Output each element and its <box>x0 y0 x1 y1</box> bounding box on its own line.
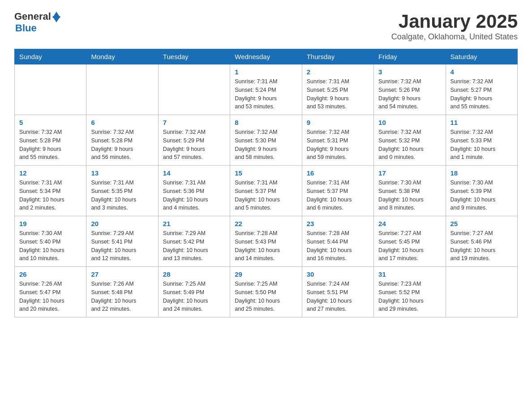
calendar-day-14: 14Sunrise: 7:31 AMSunset: 5:36 PMDayligh… <box>158 166 230 216</box>
day-info: Sunrise: 7:32 AMSunset: 5:28 PMDaylight:… <box>91 128 153 162</box>
day-number: 21 <box>163 220 225 227</box>
day-number: 2 <box>307 68 369 76</box>
calendar-week-row: 5Sunrise: 7:32 AMSunset: 5:28 PMDaylight… <box>15 115 518 166</box>
day-info: Sunrise: 7:26 AMSunset: 5:48 PMDaylight:… <box>91 280 153 313</box>
weekday-header-sunday: Sunday <box>15 49 86 64</box>
calendar-day-24: 24Sunrise: 7:27 AMSunset: 5:45 PMDayligh… <box>374 216 446 267</box>
calendar-week-row: 19Sunrise: 7:30 AMSunset: 5:40 PMDayligh… <box>15 216 518 267</box>
day-info: Sunrise: 7:32 AMSunset: 5:28 PMDaylight:… <box>19 128 82 162</box>
day-number: 27 <box>91 270 153 278</box>
day-number: 14 <box>163 169 225 177</box>
calendar-empty-cell <box>86 64 158 115</box>
day-number: 20 <box>91 220 153 227</box>
day-info: Sunrise: 7:32 AMSunset: 5:27 PMDaylight:… <box>450 77 513 111</box>
title-section: January 2025 Coalgate, Oklahoma, United … <box>391 11 518 42</box>
calendar-day-27: 27Sunrise: 7:26 AMSunset: 5:48 PMDayligh… <box>86 267 158 317</box>
calendar-day-26: 26Sunrise: 7:26 AMSunset: 5:47 PMDayligh… <box>15 267 86 317</box>
day-info: Sunrise: 7:27 AMSunset: 5:45 PMDaylight:… <box>378 229 441 263</box>
day-number: 29 <box>235 270 297 278</box>
day-info: Sunrise: 7:32 AMSunset: 5:31 PMDaylight:… <box>307 128 369 162</box>
calendar-day-5: 5Sunrise: 7:32 AMSunset: 5:28 PMDaylight… <box>15 115 86 166</box>
day-info: Sunrise: 7:25 AMSunset: 5:49 PMDaylight:… <box>163 280 225 313</box>
calendar-header-row: SundayMondayTuesdayWednesdayThursdayFrid… <box>15 49 518 64</box>
calendar-day-29: 29Sunrise: 7:25 AMSunset: 5:50 PMDayligh… <box>230 267 302 317</box>
calendar-day-25: 25Sunrise: 7:27 AMSunset: 5:46 PMDayligh… <box>446 216 517 267</box>
day-info: Sunrise: 7:30 AMSunset: 5:40 PMDaylight:… <box>19 229 82 263</box>
calendar-day-22: 22Sunrise: 7:28 AMSunset: 5:43 PMDayligh… <box>230 216 302 267</box>
day-number: 15 <box>235 169 297 177</box>
day-info: Sunrise: 7:31 AMSunset: 5:24 PMDaylight:… <box>235 77 297 111</box>
calendar-day-28: 28Sunrise: 7:25 AMSunset: 5:49 PMDayligh… <box>158 267 230 317</box>
calendar-day-20: 20Sunrise: 7:29 AMSunset: 5:41 PMDayligh… <box>86 216 158 267</box>
day-info: Sunrise: 7:31 AMSunset: 5:35 PMDaylight:… <box>91 179 153 212</box>
calendar-day-12: 12Sunrise: 7:31 AMSunset: 5:34 PMDayligh… <box>15 166 86 216</box>
day-info: Sunrise: 7:29 AMSunset: 5:42 PMDaylight:… <box>163 229 225 263</box>
calendar-table: SundayMondayTuesdayWednesdayThursdayFrid… <box>14 49 518 317</box>
day-info: Sunrise: 7:29 AMSunset: 5:41 PMDaylight:… <box>91 229 153 263</box>
day-number: 12 <box>19 169 82 177</box>
day-number: 16 <box>307 169 369 177</box>
weekday-header-wednesday: Wednesday <box>230 49 302 64</box>
day-number: 3 <box>378 68 441 76</box>
day-number: 19 <box>19 220 82 227</box>
day-number: 13 <box>91 169 153 177</box>
calendar-empty-cell <box>446 267 517 317</box>
day-number: 10 <box>378 119 441 126</box>
day-number: 30 <box>307 270 369 278</box>
day-number: 17 <box>378 169 441 177</box>
day-number: 4 <box>450 68 513 76</box>
day-number: 31 <box>378 270 441 278</box>
calendar-day-4: 4Sunrise: 7:32 AMSunset: 5:27 PMDaylight… <box>446 64 517 115</box>
calendar-week-row: 1Sunrise: 7:31 AMSunset: 5:24 PMDaylight… <box>15 64 518 115</box>
day-info: Sunrise: 7:32 AMSunset: 5:33 PMDaylight:… <box>450 128 513 162</box>
day-info: Sunrise: 7:32 AMSunset: 5:30 PMDaylight:… <box>235 128 297 162</box>
day-info: Sunrise: 7:30 AMSunset: 5:38 PMDaylight:… <box>378 179 441 212</box>
weekday-header-friday: Friday <box>374 49 446 64</box>
day-number: 24 <box>378 220 441 227</box>
page-header: General Blue January 2025 Coalgate, Okla… <box>14 11 518 42</box>
calendar-day-23: 23Sunrise: 7:28 AMSunset: 5:44 PMDayligh… <box>302 216 373 267</box>
calendar-day-18: 18Sunrise: 7:30 AMSunset: 5:39 PMDayligh… <box>446 166 517 216</box>
day-number: 26 <box>19 270 82 278</box>
day-number: 25 <box>450 220 513 227</box>
logo: General Blue <box>14 11 60 34</box>
calendar-day-7: 7Sunrise: 7:32 AMSunset: 5:29 PMDaylight… <box>158 115 230 166</box>
calendar-week-row: 26Sunrise: 7:26 AMSunset: 5:47 PMDayligh… <box>15 267 518 317</box>
day-number: 18 <box>450 169 513 177</box>
day-number: 23 <box>307 220 369 227</box>
day-number: 28 <box>163 270 225 278</box>
day-info: Sunrise: 7:32 AMSunset: 5:32 PMDaylight:… <box>378 128 441 162</box>
day-number: 5 <box>19 119 82 126</box>
calendar-day-3: 3Sunrise: 7:32 AMSunset: 5:26 PMDaylight… <box>374 64 446 115</box>
day-info: Sunrise: 7:28 AMSunset: 5:44 PMDaylight:… <box>307 229 369 263</box>
calendar-day-17: 17Sunrise: 7:30 AMSunset: 5:38 PMDayligh… <box>374 166 446 216</box>
calendar-day-13: 13Sunrise: 7:31 AMSunset: 5:35 PMDayligh… <box>86 166 158 216</box>
logo-text-blue: Blue <box>15 22 37 34</box>
calendar-empty-cell <box>158 64 230 115</box>
day-info: Sunrise: 7:31 AMSunset: 5:34 PMDaylight:… <box>19 179 82 212</box>
day-number: 22 <box>235 220 297 227</box>
day-info: Sunrise: 7:23 AMSunset: 5:52 PMDaylight:… <box>378 280 441 313</box>
calendar-day-10: 10Sunrise: 7:32 AMSunset: 5:32 PMDayligh… <box>374 115 446 166</box>
day-info: Sunrise: 7:26 AMSunset: 5:47 PMDaylight:… <box>19 280 82 313</box>
day-info: Sunrise: 7:25 AMSunset: 5:50 PMDaylight:… <box>235 280 297 313</box>
month-title: January 2025 <box>391 11 518 32</box>
day-info: Sunrise: 7:31 AMSunset: 5:36 PMDaylight:… <box>163 179 225 212</box>
day-info: Sunrise: 7:24 AMSunset: 5:51 PMDaylight:… <box>307 280 369 313</box>
logo-text-general: General <box>14 11 51 22</box>
calendar-day-8: 8Sunrise: 7:32 AMSunset: 5:30 PMDaylight… <box>230 115 302 166</box>
location: Coalgate, Oklahoma, United States <box>391 32 518 42</box>
day-info: Sunrise: 7:31 AMSunset: 5:37 PMDaylight:… <box>235 179 297 212</box>
calendar-day-2: 2Sunrise: 7:31 AMSunset: 5:25 PMDaylight… <box>302 64 373 115</box>
weekday-header-saturday: Saturday <box>446 49 517 64</box>
calendar-day-16: 16Sunrise: 7:31 AMSunset: 5:37 PMDayligh… <box>302 166 373 216</box>
weekday-header-monday: Monday <box>86 49 158 64</box>
day-info: Sunrise: 7:30 AMSunset: 5:39 PMDaylight:… <box>450 179 513 212</box>
weekday-header-tuesday: Tuesday <box>158 49 230 64</box>
weekday-header-thursday: Thursday <box>302 49 373 64</box>
calendar-day-9: 9Sunrise: 7:32 AMSunset: 5:31 PMDaylight… <box>302 115 373 166</box>
calendar-day-30: 30Sunrise: 7:24 AMSunset: 5:51 PMDayligh… <box>302 267 373 317</box>
calendar-day-21: 21Sunrise: 7:29 AMSunset: 5:42 PMDayligh… <box>158 216 230 267</box>
calendar-day-19: 19Sunrise: 7:30 AMSunset: 5:40 PMDayligh… <box>15 216 86 267</box>
calendar-empty-cell <box>15 64 86 115</box>
